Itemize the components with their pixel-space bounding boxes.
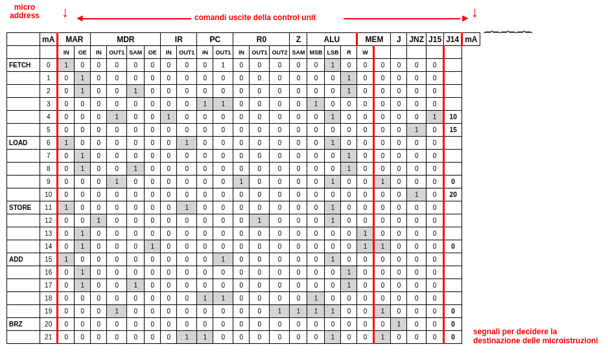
signal-cell: 1 <box>325 331 341 344</box>
signal-cell: 0 <box>145 188 161 201</box>
signal-cell: 0 <box>107 331 127 344</box>
signal-cell: 0 <box>357 214 374 227</box>
jump-cell: 0 <box>407 253 427 266</box>
ma2-cell: 0 <box>444 240 462 253</box>
signal-cell: 0 <box>270 266 290 279</box>
signal-cell: 1 <box>341 72 357 85</box>
signal-cell: 0 <box>197 240 213 253</box>
signal-cell: 1 <box>75 227 91 240</box>
signal-cell: 0 <box>307 163 325 176</box>
jump-cell: 0 <box>407 59 427 72</box>
jump-cell: 0 <box>391 266 407 279</box>
signal-cell: 0 <box>307 253 325 266</box>
group-header-row: mAMARMDRIRPCR0ZALUMEMJJNZJ15J14mA <box>7 33 480 46</box>
table-row: 30000000011000010000000 <box>7 98 480 111</box>
signal-cell: 0 <box>357 111 374 124</box>
signal-cell: 1 <box>127 85 145 98</box>
jump-cell: 0 <box>374 59 391 72</box>
signal-cell: 0 <box>161 227 177 240</box>
signal-cell: 0 <box>233 318 250 331</box>
signal-cell: 0 <box>161 331 177 344</box>
group-header-cell: J15 <box>427 33 444 46</box>
signal-cell: 0 <box>307 137 325 150</box>
signal-cell: 0 <box>75 111 91 124</box>
signal-cell: 0 <box>290 176 307 188</box>
row-label-cell <box>7 98 40 111</box>
signal-cell: 0 <box>250 98 270 111</box>
sub-header-cell: IN <box>233 46 250 59</box>
signal-cell: 0 <box>91 305 107 318</box>
signal-cell: 0 <box>107 318 127 331</box>
signal-cell: 0 <box>197 266 213 279</box>
arrow-down-1: ↓ <box>62 4 69 21</box>
signal-cell: 0 <box>250 240 270 253</box>
signal-cell: 0 <box>341 176 357 188</box>
signal-cell: 1 <box>75 240 91 253</box>
jump-cell: 0 <box>374 98 391 111</box>
jump-cell: 0 <box>374 163 391 176</box>
signal-cell: 0 <box>177 150 197 163</box>
signal-cell: 0 <box>341 305 357 318</box>
signal-cell: 0 <box>127 201 145 214</box>
row-label-cell <box>7 124 40 137</box>
signal-cell: 0 <box>107 163 127 176</box>
table-row: 20100100000000000100000 <box>7 85 480 98</box>
signal-cell: 0 <box>145 111 161 124</box>
signal-cell: 0 <box>250 227 270 240</box>
annotation-comandi: comandi uscite della control unit <box>194 13 316 22</box>
signal-cell: 0 <box>357 253 374 266</box>
row-label-cell: LOAD <box>7 137 40 150</box>
group-header-cell: MAR <box>58 33 91 46</box>
signal-cell: 0 <box>91 85 107 98</box>
jump-cell: 0 <box>374 227 391 240</box>
ma-cell: 0 <box>40 59 58 72</box>
jump-cell: 0 <box>391 305 407 318</box>
signal-cell: 0 <box>127 292 145 305</box>
group-header-cell: Z <box>290 33 307 46</box>
signal-cell: 0 <box>127 253 145 266</box>
signal-cell: 1 <box>213 253 233 266</box>
signal-cell: 0 <box>290 124 307 137</box>
signal-cell: 0 <box>307 240 325 253</box>
signal-cell: 1 <box>325 137 341 150</box>
signal-cell: 0 <box>341 253 357 266</box>
signal-cell: 0 <box>233 292 250 305</box>
signal-cell: 0 <box>161 124 177 137</box>
signal-cell: 0 <box>290 85 307 98</box>
signal-cell: 0 <box>307 176 325 188</box>
signal-cell: 0 <box>307 111 325 124</box>
signal-cell: 0 <box>145 279 161 292</box>
ma-cell: 11 <box>40 201 58 214</box>
signal-cell: 0 <box>233 331 250 344</box>
signal-cell: 0 <box>145 318 161 331</box>
signal-cell: 0 <box>58 331 75 344</box>
signal-cell: 0 <box>161 240 177 253</box>
ma2-cell: 20 <box>444 188 462 201</box>
ma-cell: 2 <box>40 85 58 98</box>
signal-cell: 0 <box>127 150 145 163</box>
row-label-cell: STORE <box>7 201 40 214</box>
arrow-down-2: ↓ <box>471 4 478 21</box>
ma-cell: 20 <box>40 318 58 331</box>
signal-cell: 0 <box>341 188 357 201</box>
signal-cell: 0 <box>270 201 290 214</box>
group-header-cell: PC <box>197 33 233 46</box>
signal-cell: 0 <box>213 72 233 85</box>
signal-cell: 0 <box>213 331 233 344</box>
signal-cell: 0 <box>325 72 341 85</box>
jump-cell: 0 <box>407 163 427 176</box>
signal-cell: 0 <box>197 227 213 240</box>
signal-cell: 0 <box>307 266 325 279</box>
jump-cell: 0 <box>374 266 391 279</box>
jump-cell: 0 <box>407 214 427 227</box>
signal-cell: 0 <box>161 292 177 305</box>
jump-cell: 0 <box>407 85 427 98</box>
jump-cell: 0 <box>391 279 407 292</box>
signal-cell: 0 <box>213 124 233 137</box>
signal-cell: 0 <box>250 150 270 163</box>
signal-cell: 0 <box>270 98 290 111</box>
signal-cell: 1 <box>58 59 75 72</box>
signal-cell: 0 <box>177 266 197 279</box>
signal-cell: 0 <box>357 98 374 111</box>
signal-cell: 0 <box>290 318 307 331</box>
